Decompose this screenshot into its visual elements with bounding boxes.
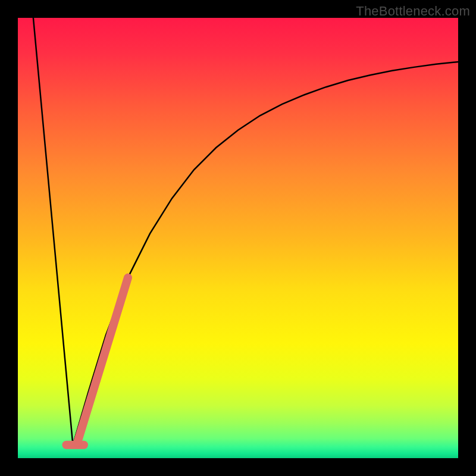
watermark-text: TheBottleneck.com — [356, 4, 470, 19]
curve-layer — [18, 18, 458, 458]
plot-area — [18, 18, 458, 458]
bottleneck-curve-right — [73, 62, 459, 445]
highlight-segment — [77, 278, 128, 443]
bottleneck-curve-left — [33, 18, 73, 445]
chart-frame: TheBottleneck.com — [0, 0, 476, 476]
